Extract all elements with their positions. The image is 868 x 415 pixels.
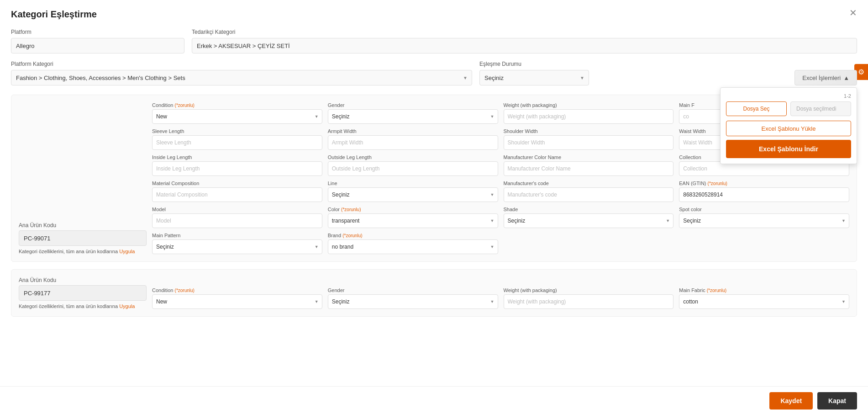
color1-select-wrapper: transparent <box>328 213 498 228</box>
eslesme-label: Eşleşme Durumu <box>479 61 589 67</box>
shade1-select-wrapper: Seçiniz <box>504 213 674 228</box>
condition1-field: Condition (*zorunlu) New Used <box>152 102 322 124</box>
outside-leg1-field: Outside Leg Length <box>328 154 498 176</box>
outside-leg1-input[interactable] <box>328 161 498 176</box>
empty2-field <box>679 233 849 254</box>
main-pattern1-select[interactable]: Seçiniz <box>152 239 322 254</box>
color1-select[interactable]: transparent <box>328 213 498 228</box>
platform-label: Platform <box>11 29 184 35</box>
sleeve1-field: Sleeve Length <box>152 128 322 150</box>
spot-color1-select-wrapper: Seçiniz <box>679 213 849 228</box>
gender2-label: Gender <box>328 287 498 293</box>
eslesme-select-wrapper: Seçiniz <box>479 70 589 85</box>
model1-input[interactable] <box>152 213 322 228</box>
weight1-input[interactable] <box>504 109 674 124</box>
sleeve1-label: Sleeve Length <box>152 128 322 134</box>
main-pattern1-label: Main Pattern <box>152 233 322 238</box>
supplier-input[interactable] <box>192 38 857 53</box>
excel-dropdown: 1-2 Dosya Seç Dosya seçilmedi Excel Şabl… <box>720 87 857 164</box>
armpit1-field: Armpit Width <box>328 128 498 150</box>
bottom-bar: Kaydet Kapat <box>0 386 868 415</box>
line1-select[interactable]: Seçiniz <box>328 187 498 202</box>
material1-field: Material Composition <box>152 181 322 202</box>
brand1-label: Brand (*zorunlu) <box>328 233 498 238</box>
main-fabric2-select[interactable]: cotton <box>679 294 849 309</box>
eslesme-select[interactable]: Seçiniz <box>479 70 589 85</box>
spot-color1-select[interactable]: Seçiniz <box>679 213 849 228</box>
mfr-color1-label: Manufacturer Color Name <box>504 154 674 160</box>
close-button[interactable]: Kapat <box>817 392 857 410</box>
main-fabric2-label: Main Fabric (*zorunlu) <box>679 287 849 293</box>
excel-main-button[interactable]: Excel İşlemleri ▲ <box>794 70 857 85</box>
main-fabric2-select-wrapper: cotton <box>679 294 849 309</box>
platform-field-group: Platform <box>11 29 184 53</box>
inside-leg1-label: Inside Leg Length <box>152 154 322 160</box>
gender2-select[interactable]: Seçiniz <box>328 294 498 309</box>
mfr-code1-input[interactable] <box>504 187 674 202</box>
condition1-label: Condition (*zorunlu) <box>152 102 322 108</box>
product2-code-input[interactable] <box>19 285 147 301</box>
eslesme-field-group: Eşleşme Durumu Seçiniz <box>479 61 589 85</box>
product2-fields-grid: Condition (*zorunlu) New Gender Seçiniz <box>152 287 849 309</box>
excel-file-row: Dosya Seç Dosya seçilmedi <box>726 101 851 116</box>
sleeve1-input[interactable] <box>152 135 322 150</box>
model1-label: Model <box>152 207 322 212</box>
armpit1-label: Armpit Width <box>328 128 498 134</box>
gender1-label: Gender <box>328 102 498 108</box>
shoulder1-label: Shoulder Width <box>504 128 674 134</box>
product1-apply-link[interactable]: Uygula <box>119 249 135 254</box>
ean1-input[interactable] <box>679 187 849 202</box>
product2-apply-link[interactable]: Uygula <box>119 303 135 309</box>
excel-template-button[interactable]: Excel Şablonu Yükle <box>726 121 851 136</box>
model1-field: Model <box>152 207 322 228</box>
line1-select-wrapper: Seçiniz <box>328 187 498 202</box>
weight2-input[interactable] <box>504 294 674 309</box>
color1-field: Color (*zorunlu) transparent <box>328 207 498 228</box>
weight2-label: Weight (with packaging) <box>504 287 674 293</box>
condition2-select[interactable]: New <box>152 294 322 309</box>
product1-code-input[interactable] <box>19 230 147 246</box>
gender2-select-wrapper: Seçiniz <box>328 294 498 309</box>
product2-code-group: Ana Ürün Kodu Kategori özelliklerini, tü… <box>19 277 147 309</box>
shade1-select[interactable]: Seçiniz <box>504 213 674 228</box>
weight1-field: Weight (with packaging) <box>504 102 674 124</box>
close-x-button[interactable]: ✕ <box>849 7 857 18</box>
top-section: Platform Tedarikçi Kategori <box>11 29 857 53</box>
spot-color1-label: Spot color <box>679 207 849 212</box>
weight2-field: Weight (with packaging) <box>504 287 674 309</box>
save-button[interactable]: Kaydet <box>769 392 813 410</box>
shoulder1-input[interactable] <box>504 135 674 150</box>
platform-category-select-wrapper: Fashion > Clothing, Shoes, Accessories >… <box>11 70 472 85</box>
material1-input[interactable] <box>152 187 322 202</box>
ean1-label: EAN (GTIN) (*zorunlu) <box>679 181 849 186</box>
platform-input[interactable] <box>11 38 184 53</box>
inside-leg1-input[interactable] <box>152 161 322 176</box>
second-row: Platform Kategori Fashion > Clothing, Sh… <box>11 61 857 85</box>
empty1-field <box>504 233 674 254</box>
mfr-color1-input[interactable] <box>504 161 674 176</box>
pagination-text: 1-2 <box>726 93 851 99</box>
no-file-label: Dosya seçilmedi <box>790 101 851 116</box>
platform-category-select[interactable]: Fashion > Clothing, Shoes, Accessories >… <box>11 70 472 85</box>
product2-section: Ana Ürün Kodu Kategori özelliklerini, tü… <box>11 269 857 317</box>
choose-file-button[interactable]: Dosya Seç <box>726 101 787 116</box>
gender1-field: Gender Seçiniz Male Female <box>328 102 498 124</box>
color1-label: Color (*zorunlu) <box>328 207 498 212</box>
condition1-select[interactable]: New Used <box>152 109 322 124</box>
platform-category-field-group: Platform Kategori Fashion > Clothing, Sh… <box>11 61 472 85</box>
outside-leg1-label: Outside Leg Length <box>328 154 498 160</box>
brand1-select[interactable]: no brand <box>328 239 498 254</box>
weight1-label: Weight (with packaging) <box>504 102 674 108</box>
spot-color1-field: Spot color Seçiniz <box>679 207 849 228</box>
excel-download-button[interactable]: Excel Şablonu İndir <box>726 140 851 158</box>
product1-code-group: Ana Ürün Kodu Kategori özelliklerini, tü… <box>19 222 147 254</box>
condition1-select-wrapper: New Used <box>152 109 322 124</box>
line1-field: Line Seçiniz <box>328 181 498 202</box>
chevron-up-icon: ▲ <box>843 74 849 81</box>
main-pattern1-select-wrapper: Seçiniz <box>152 239 322 254</box>
shade1-label: Shade <box>504 207 674 212</box>
gender1-select[interactable]: Seçiniz Male Female <box>328 109 498 124</box>
gender2-field: Gender Seçiniz <box>328 287 498 309</box>
supplier-field-group: Tedarikçi Kategori <box>192 29 857 53</box>
armpit1-input[interactable] <box>328 135 498 150</box>
